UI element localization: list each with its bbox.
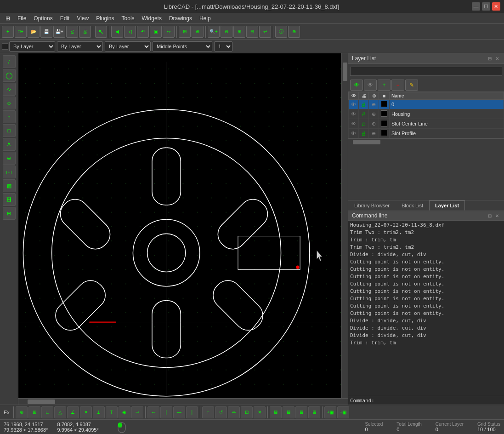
tab-library[interactable]: Library Browser — [348, 200, 396, 211]
expand-button[interactable]: ⇔ — [163, 26, 175, 38]
monitor-btn[interactable]: 🖥 — [270, 406, 282, 418]
monitor4-btn[interactable]: 🖥 — [308, 406, 320, 418]
scale-btn[interactable]: ⊡ — [241, 406, 253, 418]
horizontal-scrollbar[interactable] — [18, 398, 348, 405]
cmd-close-button[interactable]: ✕ — [494, 212, 500, 219]
menu-edit[interactable]: Edit — [57, 14, 74, 23]
tool-zoom-pan[interactable]: ⊕ — [3, 152, 16, 165]
snap-endpoint-btn[interactable]: ∟ — [41, 406, 53, 418]
snap-midpoint-btn[interactable]: △ — [54, 406, 66, 418]
open-button[interactable]: 📂 — [28, 26, 40, 38]
drawing-canvas[interactable] — [18, 53, 348, 405]
menu-icon[interactable]: ⊞ — [2, 14, 14, 23]
save-button[interactable]: 💾 — [40, 26, 52, 38]
remove-layer-btn[interactable]: − — [391, 80, 404, 91]
tab-block[interactable]: Block List — [396, 200, 429, 211]
zoom-all-button[interactable]: ⊞ — [233, 26, 245, 38]
h-scroll-thumb[interactable] — [28, 400, 55, 404]
tool-arc[interactable]: ◯ — [3, 69, 16, 82]
linewidth-select[interactable]: By Layer — [57, 41, 103, 51]
snap-free-btn[interactable]: | — [160, 406, 172, 418]
tool-image[interactable]: 🖼 — [3, 193, 16, 206]
menu-help[interactable]: Help — [196, 14, 215, 23]
tool-ellipse[interactable]: ∩ — [3, 110, 16, 123]
snap-nearest-btn[interactable]: ◉ — [119, 406, 130, 418]
tool-text[interactable]: A — [3, 138, 16, 151]
layer-scroll-thumb[interactable] — [353, 140, 380, 144]
snap-center-btn[interactable]: ⊕ — [16, 406, 28, 418]
snap-restrict-btn[interactable]: ↔ — [147, 406, 159, 418]
v-scroll-thumb[interactable] — [343, 63, 347, 81]
command-input[interactable] — [376, 398, 498, 404]
vertical-scrollbar[interactable] — [341, 53, 348, 398]
menu-file[interactable]: File — [14, 14, 30, 23]
cursor-button[interactable]: ↖ — [95, 26, 107, 38]
snap-perpend-btn[interactable]: ⊥ — [93, 406, 105, 418]
linetype-select[interactable]: By Layer — [105, 41, 151, 51]
tool-circle[interactable]: ○ — [3, 97, 16, 109]
tool-misc[interactable]: ⊞ — [3, 207, 16, 220]
snap-grid-btn[interactable]: ⊞ — [28, 406, 40, 418]
edit-layer-btn[interactable]: ✎ — [405, 80, 418, 91]
snap-select[interactable]: Middle Points — [153, 41, 212, 51]
menu-tools[interactable]: Tools — [118, 14, 138, 23]
add-layer-btn[interactable]: + — [378, 80, 391, 91]
back-button[interactable]: ◁ — [124, 26, 136, 38]
snap-dist-btn[interactable]: ⊸ — [131, 406, 143, 418]
minimize-button[interactable]: — — [472, 2, 480, 11]
cmd-restore-button[interactable]: ⊟ — [487, 212, 493, 219]
snap-value-select[interactable]: 1 — [214, 41, 232, 51]
grid-button[interactable]: ⊞ — [179, 26, 191, 38]
measure-button[interactable]: ⊕ — [288, 26, 300, 38]
monitor3-btn[interactable]: 🖥 — [295, 406, 307, 418]
menu-plugins[interactable]: Plugins — [92, 14, 118, 23]
print-button[interactable]: 🖨 — [66, 26, 78, 38]
menu-drawings[interactable]: Drawings — [165, 14, 196, 23]
panel-restore-button[interactable]: ⊟ — [487, 55, 493, 62]
snap-intersection-btn[interactable]: ✕ — [80, 406, 92, 418]
ortho-button[interactable]: ⊕ — [192, 26, 204, 38]
add-view-btn[interactable]: +▣ — [337, 406, 349, 418]
save-as-button[interactable]: 💾+ — [53, 26, 65, 38]
layer-row[interactable]: 👁 🖨 ⊕ Slot Center Line — [349, 119, 504, 129]
rotate-btn[interactable]: ↺ — [215, 406, 227, 418]
maximize-button[interactable]: ☐ — [482, 2, 490, 11]
tab-layer[interactable]: Layer List — [429, 200, 465, 211]
layer-row[interactable]: 👁 🖨 ⊕ 0 — [349, 100, 504, 109]
close-button[interactable]: ✕ — [492, 2, 500, 11]
hide-all-layers-button[interactable]: 👁 — [364, 80, 377, 91]
menu-view[interactable]: View — [73, 14, 92, 23]
zoom-prev-button[interactable]: ↩ — [259, 26, 271, 38]
snap-horiz-btn[interactable]: — — [173, 406, 185, 418]
snap-vert-btn[interactable]: | — [186, 406, 198, 418]
add-layer-button[interactable]: ▣ — [150, 26, 162, 38]
panel-close-button[interactable]: ✕ — [494, 55, 500, 62]
tool-curve[interactable]: ∿ — [3, 83, 16, 96]
add-viewport-btn[interactable]: +▣ — [324, 406, 336, 418]
menu-widgets[interactable]: Widgets — [138, 14, 165, 23]
snap-tangent-btn[interactable]: ⊤ — [106, 406, 118, 418]
layer-row[interactable]: 👁 🖨 ⊕ Slot Profile — [349, 129, 504, 138]
zoom-in-button[interactable]: 🔍+ — [208, 26, 220, 38]
new-file-button[interactable]: □+ — [15, 26, 27, 38]
layer-row[interactable]: 👁 🖨 ⊕ Housing — [349, 109, 504, 119]
move-btn[interactable]: ↑ — [202, 406, 214, 418]
zoom-out-button[interactable]: ⊖ — [221, 26, 232, 38]
info-button[interactable]: ⓘ — [275, 26, 287, 38]
monitor2-btn[interactable]: 🖥 — [283, 406, 294, 418]
tool-line[interactable]: / — [3, 55, 16, 68]
zoom-select-button[interactable]: ⊟ — [246, 26, 258, 38]
snap-angle-btn[interactable]: ∠ — [67, 406, 79, 418]
tool-hatch[interactable]: ▨ — [3, 179, 16, 192]
mirror-btn[interactable]: ⇔ — [228, 406, 240, 418]
undo-button[interactable]: ↶ — [137, 26, 149, 38]
delete-btn[interactable]: ✕ — [254, 406, 266, 418]
tool-dimension[interactable]: |↔| — [3, 166, 16, 178]
new-button[interactable]: + — [2, 26, 14, 38]
layer-search-input[interactable] — [350, 67, 502, 76]
show-all-layers-button[interactable]: 👁 — [350, 80, 363, 91]
kill-button[interactable]: ◀ — [111, 26, 123, 38]
print-preview-button[interactable]: 🖨 — [79, 26, 91, 38]
color-select[interactable]: By Layer — [9, 41, 55, 51]
menu-options[interactable]: Options — [30, 14, 56, 23]
